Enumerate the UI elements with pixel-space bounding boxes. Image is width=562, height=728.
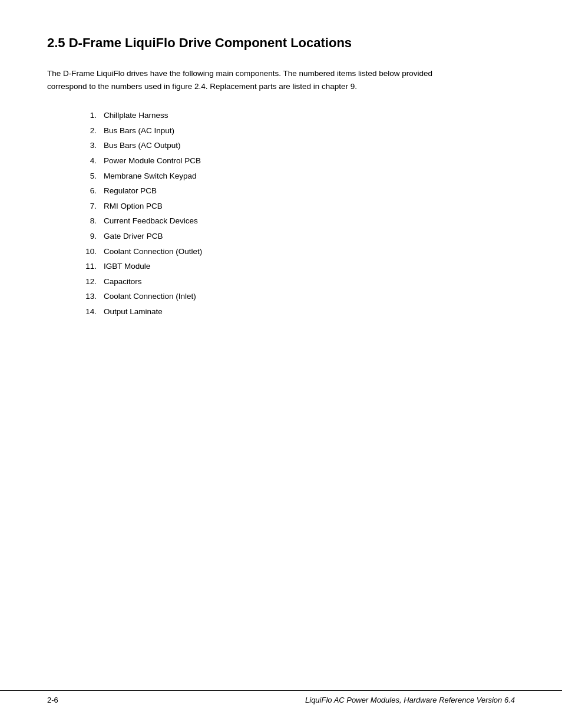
footer-page-number: 2-6 bbox=[47, 696, 58, 704]
list-item-number: 8. bbox=[82, 215, 104, 228]
list-item-text: Bus Bars (AC Input) bbox=[104, 124, 174, 137]
list-item-number: 9. bbox=[82, 230, 104, 243]
list-item-text: Regulator PCB bbox=[104, 185, 157, 197]
intro-paragraph: The D-Frame LiquiFlo drives have the fol… bbox=[47, 67, 448, 93]
list-item-number: 3. bbox=[82, 139, 104, 152]
footer-doc-title: LiquiFlo AC Power Modules, Hardware Refe… bbox=[305, 696, 515, 704]
list-item-number: 2. bbox=[82, 124, 104, 137]
list-item: 13.Coolant Connection (Inlet) bbox=[82, 290, 515, 303]
list-item: 7.RMI Option PCB bbox=[82, 200, 515, 213]
list-item-number: 14. bbox=[82, 305, 104, 318]
list-item-number: 5. bbox=[82, 170, 104, 183]
list-item: 2.Bus Bars (AC Input) bbox=[82, 124, 515, 137]
list-item-text: Current Feedback Devices bbox=[104, 215, 198, 228]
list-item: 6.Regulator PCB bbox=[82, 185, 515, 197]
list-item-text: Coolant Connection (Inlet) bbox=[104, 290, 196, 303]
list-item-number: 7. bbox=[82, 200, 104, 213]
list-item: 8.Current Feedback Devices bbox=[82, 215, 515, 228]
list-item-text: Chillplate Harness bbox=[104, 109, 168, 122]
list-item-number: 4. bbox=[82, 154, 104, 167]
component-list: 1.Chillplate Harness2.Bus Bars (AC Input… bbox=[82, 109, 515, 318]
list-item-text: Coolant Connection (Outlet) bbox=[104, 245, 202, 258]
list-item-number: 13. bbox=[82, 290, 104, 303]
list-item: 14.Output Laminate bbox=[82, 305, 515, 318]
list-item: 1.Chillplate Harness bbox=[82, 109, 515, 122]
list-item-number: 6. bbox=[82, 185, 104, 197]
list-item-number: 1. bbox=[82, 109, 104, 122]
list-item-number: 12. bbox=[82, 275, 104, 288]
list-item: 11.IGBT Module bbox=[82, 260, 515, 273]
list-item: 9.Gate Driver PCB bbox=[82, 230, 515, 243]
list-item-text: Membrane Switch Keypad bbox=[104, 170, 197, 183]
list-item-text: Power Module Control PCB bbox=[104, 154, 201, 167]
list-item-text: Output Laminate bbox=[104, 305, 163, 318]
list-item-number: 10. bbox=[82, 245, 104, 258]
list-item: 4.Power Module Control PCB bbox=[82, 154, 515, 167]
section-heading: 2.5 D-Frame LiquiFlo Drive Component Loc… bbox=[47, 35, 515, 51]
page-container: 2.5 D-Frame LiquiFlo Drive Component Loc… bbox=[0, 0, 562, 728]
list-item: 3.Bus Bars (AC Output) bbox=[82, 139, 515, 152]
list-item-text: Gate Driver PCB bbox=[104, 230, 163, 243]
list-item: 5.Membrane Switch Keypad bbox=[82, 170, 515, 183]
list-item: 10.Coolant Connection (Outlet) bbox=[82, 245, 515, 258]
list-item-text: RMI Option PCB bbox=[104, 200, 163, 213]
list-item-text: Bus Bars (AC Output) bbox=[104, 139, 181, 152]
page-footer: 2-6 LiquiFlo AC Power Modules, Hardware … bbox=[0, 690, 562, 704]
list-item: 12.Capacitors bbox=[82, 275, 515, 288]
list-item-number: 11. bbox=[82, 260, 104, 273]
list-item-text: IGBT Module bbox=[104, 260, 150, 273]
list-item-text: Capacitors bbox=[104, 275, 142, 288]
